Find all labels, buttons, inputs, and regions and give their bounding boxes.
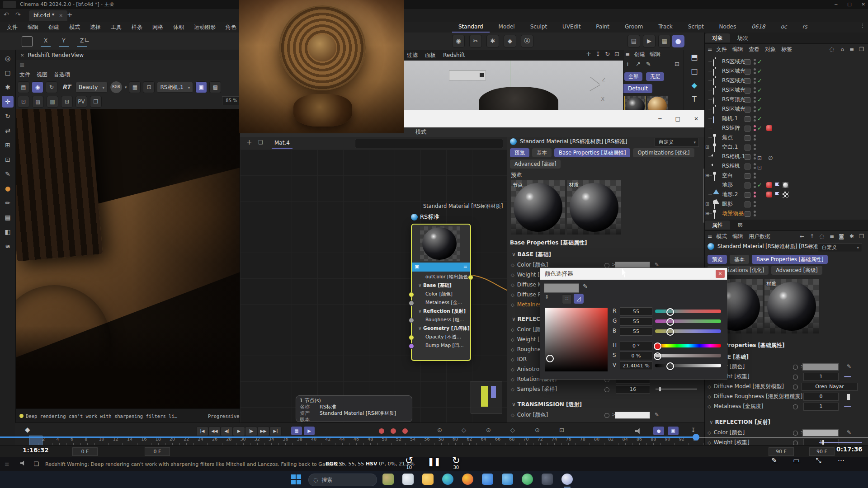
record-button-2[interactable] bbox=[402, 428, 408, 434]
paint-icon[interactable]: ● bbox=[2, 183, 14, 194]
status-burger-icon[interactable]: ≡ bbox=[5, 460, 9, 467]
menu-角色[interactable]: 角色 bbox=[222, 22, 241, 33]
layout-oc[interactable]: oc bbox=[774, 22, 793, 33]
param-value-field[interactable]: 1 bbox=[803, 403, 839, 411]
node-port-row[interactable]: Metalness [金… bbox=[412, 298, 470, 307]
mask-icon[interactable]: ◧ bbox=[2, 226, 14, 238]
menu-模式[interactable]: 模式 bbox=[65, 22, 84, 33]
edit-color-icon[interactable]: ✎ bbox=[847, 361, 851, 371]
layout-Paint[interactable]: Paint bbox=[590, 22, 616, 33]
renderview-menu-文件[interactable]: 文件 bbox=[19, 70, 30, 79]
popout-icon[interactable]: ❐ bbox=[859, 230, 864, 242]
crop-icon[interactable]: ⊡ bbox=[143, 81, 155, 93]
param-port[interactable] bbox=[793, 385, 798, 389]
menu-选择[interactable]: 选择 bbox=[86, 22, 105, 33]
preset-dropdown[interactable]: 自定义 bbox=[818, 243, 862, 252]
param-port[interactable] bbox=[793, 431, 798, 436]
burger-icon[interactable]: ≡ bbox=[708, 233, 712, 239]
node-editor-min-icon[interactable]: ─ bbox=[658, 110, 661, 127]
render-dots[interactable] bbox=[754, 97, 756, 103]
trash-icon[interactable]: ⊟ bbox=[675, 61, 679, 67]
color-swatch[interactable] bbox=[802, 429, 839, 436]
channel-value-field[interactable]: 21.4041 % bbox=[620, 361, 652, 370]
tab-close-icon[interactable]: ✕ bbox=[59, 13, 62, 18]
object-row-RS穹顶光.1[interactable]: RS穹顶光.1✓ bbox=[705, 95, 868, 104]
node-menu-icon[interactable]: ≡ bbox=[463, 263, 467, 272]
material-preview-sphere[interactable]: 材质 bbox=[567, 180, 621, 235]
render-dots[interactable] bbox=[754, 59, 756, 65]
pen-icon[interactable]: ✎ bbox=[2, 168, 14, 180]
no-layer-button[interactable]: 无层 bbox=[646, 72, 664, 81]
channel-value-field[interactable]: 55 bbox=[620, 317, 652, 326]
render-dots[interactable] bbox=[754, 116, 756, 122]
enabled-check-icon[interactable]: ✓ bbox=[757, 76, 762, 85]
menu-文件[interactable]: 文件 bbox=[716, 46, 727, 52]
expand-icon[interactable]: ⊞ bbox=[705, 209, 712, 218]
menu-体积[interactable]: 体积 bbox=[169, 22, 188, 33]
xpresso-icon[interactable]: ✂ bbox=[469, 35, 482, 47]
object-row-眼影[interactable]: ⊞眼影 bbox=[705, 199, 868, 209]
redo-icon[interactable]: ↷ bbox=[15, 11, 21, 18]
texture-tag-icon[interactable] bbox=[783, 182, 788, 188]
param-dash[interactable] bbox=[844, 376, 851, 377]
renderview-menu-首选项[interactable]: 首选项 bbox=[54, 70, 70, 79]
visibility-toggle[interactable] bbox=[745, 135, 750, 141]
port-dot[interactable] bbox=[409, 343, 414, 349]
object-row-RS矩阵[interactable]: RS矩阵✓ bbox=[705, 123, 868, 133]
enabled-check-icon[interactable]: ✓ bbox=[757, 85, 762, 95]
forward-30-button[interactable]: ↻30 bbox=[452, 455, 460, 469]
menu-模式[interactable]: 模式 bbox=[716, 233, 727, 239]
visibility-toggle[interactable] bbox=[745, 97, 750, 103]
object-row-地形.2[interactable]: 地形.2 bbox=[705, 190, 868, 199]
param-slider-knob[interactable] bbox=[822, 440, 824, 445]
gear-icon[interactable]: ✱ bbox=[849, 230, 854, 242]
material-preview-sphere[interactable]: 材质 bbox=[764, 279, 819, 333]
taskbar-search[interactable]: ◌搜索 bbox=[308, 474, 377, 486]
protection-tag-icon[interactable]: ⊡ bbox=[757, 154, 762, 160]
channel-value-field[interactable]: 55 bbox=[620, 327, 652, 336]
visibility-toggle[interactable] bbox=[745, 107, 750, 113]
tab-基本[interactable]: 基本 bbox=[730, 255, 749, 264]
object-row-空白[interactable]: ⊞空白 bbox=[705, 171, 868, 180]
sound-icon[interactable] bbox=[635, 428, 642, 434]
rewind-10-button[interactable]: ↺10 bbox=[405, 455, 413, 469]
refresh-icon[interactable]: ↻ bbox=[46, 81, 57, 93]
param-port[interactable] bbox=[604, 413, 609, 418]
param-dropdown[interactable]: Oren-Nayar bbox=[802, 383, 858, 391]
lock-icon[interactable]: ◙ bbox=[839, 230, 844, 242]
taskbar-edge[interactable] bbox=[442, 474, 453, 485]
viewport-panel-icon[interactable]: ⬒ bbox=[688, 51, 701, 64]
bucket-grid-icon[interactable]: ▩ bbox=[209, 81, 221, 93]
base-group-title[interactable]: BASE [基础] bbox=[512, 251, 551, 258]
workplane-icon[interactable]: ∟ bbox=[84, 36, 90, 44]
param-block[interactable] bbox=[847, 394, 850, 400]
port-dot[interactable] bbox=[409, 292, 414, 297]
render-settings-icon[interactable]: ▦ bbox=[658, 35, 671, 47]
param-slider-knob[interactable] bbox=[659, 387, 661, 391]
slider-knob[interactable] bbox=[666, 362, 674, 370]
filter-icon[interactable]: ≡ bbox=[830, 230, 834, 242]
visibility-toggle[interactable] bbox=[745, 192, 750, 198]
object-row-RS区域光.6[interactable]: RS区域光.6✓ bbox=[705, 104, 868, 114]
layout-0618[interactable]: 0618 bbox=[745, 22, 772, 33]
render-dots[interactable] bbox=[754, 192, 756, 197]
transport-4[interactable]: |▶ bbox=[245, 427, 257, 436]
taskbar-photo-app[interactable] bbox=[382, 474, 394, 485]
start-button[interactable] bbox=[291, 474, 301, 484]
layout-Nodes[interactable]: Nodes bbox=[713, 22, 743, 33]
layout-Groom[interactable]: Groom bbox=[618, 22, 649, 33]
enabled-check-icon[interactable]: ✓ bbox=[757, 123, 762, 133]
param-port[interactable] bbox=[793, 365, 798, 370]
eyedropper-icon[interactable]: ✎ bbox=[583, 283, 588, 290]
redshift-material-tag-icon[interactable] bbox=[766, 192, 772, 197]
overlay-more-icon[interactable]: ⋯ bbox=[838, 456, 844, 465]
taskbar-app-dark[interactable] bbox=[542, 474, 553, 485]
expand-icon[interactable]: ⊞ bbox=[705, 171, 712, 180]
start-frame-field[interactable]: 0 F bbox=[72, 447, 98, 456]
expand-icon[interactable]: ⊞ bbox=[705, 142, 712, 152]
port-dot[interactable] bbox=[468, 275, 473, 280]
video-progress-knob[interactable] bbox=[693, 434, 699, 441]
frame-icon[interactable]: ⊡ bbox=[614, 51, 619, 57]
renderview-close-icon[interactable]: ✕ bbox=[20, 53, 24, 58]
layer-menu-create[interactable]: 创建 bbox=[634, 50, 645, 59]
